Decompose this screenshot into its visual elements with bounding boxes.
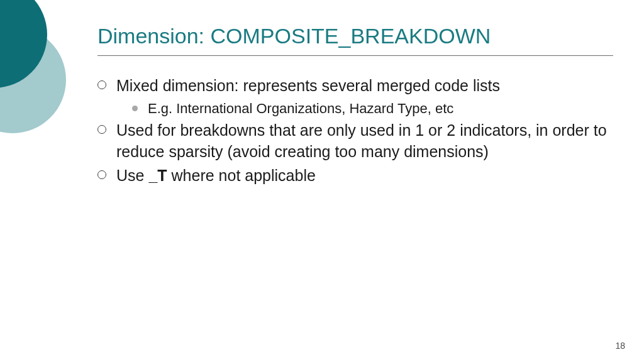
- bullet-text: Used for breakdowns that are only used i…: [116, 120, 613, 163]
- slide-title: Dimension: COMPOSITE_BREAKDOWN: [97, 24, 491, 48]
- sub-bullet-text: E.g. International Organizations, Hazard…: [148, 99, 453, 118]
- title-underline: [97, 55, 613, 56]
- bullet-marker-icon: [97, 80, 106, 89]
- sub-bullet-item: E.g. International Organizations, Hazard…: [132, 99, 613, 118]
- slide-content: Mixed dimension: represents several merg…: [97, 75, 613, 189]
- bullet-text: Use _T where not applicable: [116, 165, 316, 187]
- page-number: 18: [615, 341, 625, 351]
- bullet-marker-icon: [97, 125, 106, 134]
- sub-bullet-marker-icon: [132, 106, 138, 111]
- bullet-item: Used for breakdowns that are only used i…: [97, 120, 613, 163]
- bullet-item: Mixed dimension: represents several merg…: [97, 75, 613, 97]
- bullet-marker-icon: [97, 170, 106, 179]
- bullet-item: Use _T where not applicable: [97, 165, 613, 187]
- bullet-text: Mixed dimension: represents several merg…: [116, 75, 500, 97]
